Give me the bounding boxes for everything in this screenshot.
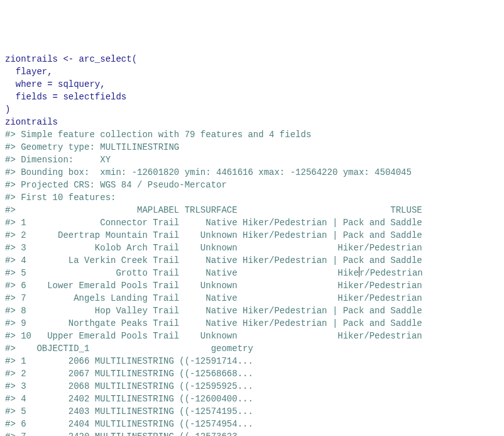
- table1-row-9: #> 9 Northgate Peaks Trail Native Hiker/…: [5, 318, 422, 328]
- table1-row-10: #> 10 Upper Emerald Pools Trail Unknown …: [5, 331, 422, 341]
- table1-row-2: #> 2 Deertrap Mountain Trail Unknown Hik…: [5, 230, 422, 240]
- code-block: ziontrails <- arc_select( flayer, where …: [5, 53, 499, 128]
- out-header-1: #> Geometry type: MULTILINESTRING: [5, 142, 179, 152]
- table1-row-3: #> 3 Kolob Arch Trail Unknown Hiker/Pede…: [5, 243, 422, 253]
- out-header-3: #> Bounding box: xmin: -12601820 ymin: 4…: [5, 167, 412, 177]
- table1-row-4: #> 4 La Verkin Creek Trail Native Hiker/…: [5, 255, 422, 266]
- out-header-2: #> Dimension: XY: [5, 155, 111, 165]
- table1-row-5-right: r/Pedestrian: [359, 268, 423, 278]
- table1-row-1: #> 1 Connector Trail Native Hiker/Pedest…: [5, 218, 422, 228]
- code-line-4: fields = selectfields: [5, 92, 126, 102]
- out-header-0: #> Simple feature collection with 79 fea…: [5, 130, 311, 140]
- out-header-5: #> First 10 features:: [5, 193, 116, 203]
- code-line-5: ): [5, 104, 10, 115]
- code-line-2: flayer,: [5, 67, 53, 77]
- out-header-4: #> Projected CRS: WGS 84 / Pseudo-Mercat…: [5, 180, 227, 190]
- table2-row-4: #> 4 2402 MULTILINESTRING ((-12600400...: [5, 394, 253, 404]
- table1-row-5-left: #> 5 Grotto Trail Native Hike: [5, 268, 359, 278]
- code-line-3: where = sqlquery,: [5, 79, 106, 89]
- table2-row-3: #> 3 2068 MULTILINESTRING ((-12595925...: [5, 381, 253, 391]
- output-block: #> Simple feature collection with 79 fea…: [5, 128, 499, 436]
- table2-row-6: #> 6 2404 MULTILINESTRING ((-12574954...: [5, 419, 253, 429]
- table1-row-6: #> 6 Lower Emerald Pools Trail Unknown H…: [5, 281, 422, 291]
- code-line-1: ziontrails <- arc_select(: [5, 54, 137, 64]
- table2-row-7: #> 7 2420 MULTILINESTRING ((-12573623...: [5, 432, 253, 436]
- table1-row-7: #> 7 Angels Landing Trail Native Hiker/P…: [5, 293, 422, 303]
- table1-header: #> MAPLABEL TRLSURFACE TRLUSE: [5, 205, 422, 215]
- table1-row-8: #> 8 Hop Valley Trail Native Hiker/Pedes…: [5, 306, 422, 316]
- table2-header: #> OBJECTID_1 geometry: [5, 344, 253, 354]
- table2-row-2: #> 2 2067 MULTILINESTRING ((-12568668...: [5, 369, 253, 379]
- code-line-6: ziontrails: [5, 117, 58, 127]
- table2-row-1: #> 1 2066 MULTILINESTRING ((-12591714...: [5, 356, 253, 366]
- table2-row-5: #> 5 2403 MULTILINESTRING ((-12574195...: [5, 406, 253, 416]
